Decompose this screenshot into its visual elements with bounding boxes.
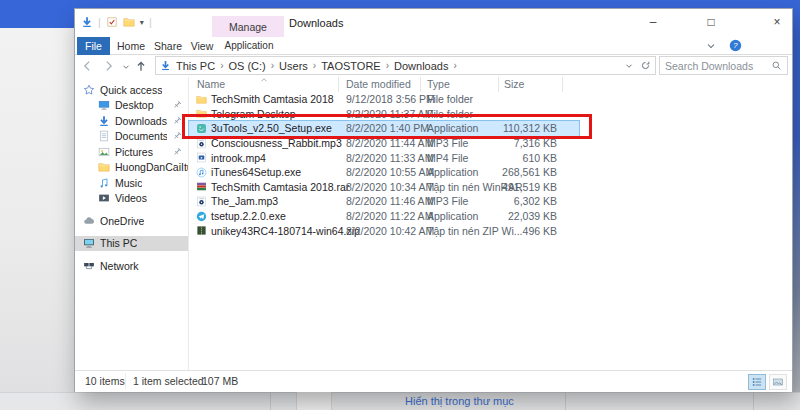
file-size: 496 KB [499, 225, 563, 237]
status-bar: 10 items 1 item selected 107 MB [75, 370, 792, 392]
file-row-the-jam-mp3[interactable]: The_Jam.mp3 8/2/2020 11:46 AM MP3 File 6… [189, 194, 579, 209]
file-name: TechSmith Camtasia 2018 [211, 93, 334, 105]
recent-locations-icon[interactable] [121, 62, 131, 72]
maximize-button[interactable]: □ [696, 11, 726, 33]
details-view-button[interactable] [748, 374, 766, 390]
show-in-folder-link[interactable]: Hiển thị trong thư mục [405, 395, 514, 407]
file-row-3utools-v2-50-setup-exe[interactable]: 3uTools_v2.50_Setup.exe 8/2/2020 1:40 PM… [189, 121, 579, 136]
zip-icon [196, 225, 207, 236]
file-row-tsetup-2-2-0-exe[interactable]: tsetup.2.2.0.exe 8/2/2020 11:22 AM Appli… [189, 209, 579, 224]
sidebar-item-pictures[interactable]: Pictures [75, 144, 188, 160]
sidebar-item-huongdancaiitune[interactable]: HuongDanCaiItune [75, 160, 188, 176]
title-bar: | ▾ | Manage Downloads – □ × [75, 9, 792, 37]
help-icon[interactable]: ? [729, 39, 742, 52]
location-icon [160, 60, 171, 71]
sidebar-item-desktop[interactable]: Desktop [75, 98, 188, 114]
breadcrumb-separator-icon[interactable]: › [217, 60, 226, 71]
tab-home[interactable]: Home [115, 37, 147, 55]
downloads-arrow-icon[interactable] [81, 16, 93, 28]
mp3-icon [196, 138, 207, 149]
mp4-icon [196, 152, 207, 163]
music-icon [98, 177, 110, 189]
address-row: This PC›OS (C:)›Users›TAOSTORE›Downloads… [75, 55, 792, 77]
file-type: File folder [421, 108, 499, 120]
file-row-introok-mp4[interactable]: introok.mp4 8/2/2020 11:33 AM MP4 File 6… [189, 150, 579, 165]
breadcrumb-users[interactable]: Users [277, 60, 310, 72]
sidebar-item-quick-access[interactable]: Quick access [75, 82, 188, 98]
sidebar-item-this-pc[interactable]: This PC [75, 236, 188, 252]
column-header-type[interactable]: Type [421, 77, 499, 92]
pictures-icon [98, 146, 110, 158]
search-placeholder: Search Downloads [665, 60, 771, 72]
file-size: 6,302 KB [499, 195, 563, 207]
navigation-pane: Quick access Desktop Downloads Documents… [75, 77, 189, 370]
file-row-telegram-desktop[interactable]: Telegram Desktop 8/2/2020 11:37 AM File … [189, 107, 579, 122]
background-browser-edge [793, 0, 800, 392]
breadcrumb-downloads[interactable]: Downloads [392, 60, 450, 72]
minimize-button[interactable]: – [638, 11, 668, 33]
properties-icon[interactable] [106, 16, 118, 28]
new-folder-icon[interactable] [123, 16, 135, 28]
sidebar-item-network[interactable]: Network [75, 258, 188, 274]
search-box[interactable]: Search Downloads [659, 56, 788, 75]
file-type: MP3 File [421, 137, 499, 149]
folder-icon [196, 94, 207, 105]
file-size: 491,519 KB [499, 181, 563, 193]
breadcrumb-this-pc[interactable]: This PC [174, 60, 217, 72]
address-bar[interactable]: This PC›OS (C:)›Users›TAOSTORE›Downloads… [155, 56, 656, 75]
file-size: 268,561 KB [499, 166, 563, 178]
desktop-icon [98, 99, 110, 111]
forward-icon[interactable] [102, 59, 116, 73]
file-name: Telegram Desktop [211, 108, 296, 120]
file-row-itunes64setup-exe[interactable]: iTunes64Setup.exe 8/2/2020 10:55 AM Appl… [189, 165, 579, 180]
breadcrumb-os-c[interactable]: OS (C:) [226, 60, 267, 72]
breadcrumb-separator-icon[interactable]: › [450, 60, 459, 71]
itunes-icon [196, 167, 207, 178]
large-icons-view-button[interactable] [769, 374, 787, 390]
qat-dropdown-icon[interactable]: ▾ [140, 18, 144, 27]
sidebar-item-videos[interactable]: Videos [75, 191, 188, 207]
address-dropdown-icon[interactable] [624, 61, 634, 71]
file-type: Application [421, 210, 499, 222]
file-date-modified: 8/2/2020 11:22 AM [339, 210, 421, 222]
download-bar-divider [753, 392, 754, 410]
file-name: tsetup.2.2.0.exe [211, 210, 286, 222]
file-date-modified: 8/2/2020 10:34 AM [339, 181, 421, 193]
window-title: Downloads [289, 9, 343, 37]
large-icons-view-icon [772, 376, 784, 388]
file-row-techsmith-camtasia-2018-rar[interactable]: TechSmith Camtasia 2018.rar 8/2/2020 10:… [189, 180, 579, 195]
downloads-icon [98, 115, 110, 127]
breadcrumb-separator-icon[interactable]: › [383, 60, 392, 71]
breadcrumb-separator-icon[interactable]: › [310, 60, 319, 71]
search-icon[interactable] [771, 60, 782, 71]
sort-ascending-icon[interactable] [259, 75, 269, 85]
sidebar-item-onedrive[interactable]: OneDrive [75, 213, 188, 229]
column-header-size[interactable]: Size [499, 77, 563, 92]
tab-file[interactable]: File [77, 37, 110, 55]
ribbon-tab-row: File Home Share View Application Tools ? [75, 37, 792, 55]
breadcrumb-separator-icon[interactable]: › [268, 60, 277, 71]
browser-download-bar [0, 392, 800, 410]
file-row-techsmith-camtasia-2018[interactable]: TechSmith Camtasia 2018 9/12/2018 3:56 P… [189, 92, 579, 107]
file-date-modified: 9/12/2018 3:56 PM [339, 93, 421, 105]
close-button[interactable]: × [762, 11, 792, 33]
sidebar-item-downloads[interactable]: Downloads [75, 113, 188, 129]
file-name: unikey43RC4-180714-win64.zip [211, 225, 360, 237]
up-icon[interactable] [134, 59, 148, 73]
refresh-icon[interactable] [640, 60, 651, 71]
file-row-unikey43rc4-180714-win64-zip[interactable]: unikey43RC4-180714-win64.zip 8/2/2020 10… [189, 223, 579, 238]
videos-icon [98, 192, 110, 204]
tab-share[interactable]: Share [151, 37, 185, 55]
folder-icon [98, 161, 110, 173]
breadcrumb-taostore[interactable]: TAOSTORE [319, 60, 383, 72]
collapse-ribbon-icon[interactable] [705, 40, 717, 52]
tab-application-tools[interactable]: Application Tools [212, 37, 286, 55]
sidebar-item-documents[interactable]: Documents [75, 129, 188, 145]
sidebar-item-music[interactable]: Music [75, 175, 188, 191]
file-row-consciousness-rabbit-mp3[interactable]: Consciousness_Rabbit.mp3 8/2/2020 11:44 … [189, 136, 579, 151]
onedrive-icon [83, 215, 95, 227]
download-bar-divider [565, 392, 566, 410]
back-icon[interactable] [80, 59, 94, 73]
column-header-date-modified[interactable]: Date modified [339, 77, 421, 92]
file-name: iTunes64Setup.exe [211, 166, 301, 178]
